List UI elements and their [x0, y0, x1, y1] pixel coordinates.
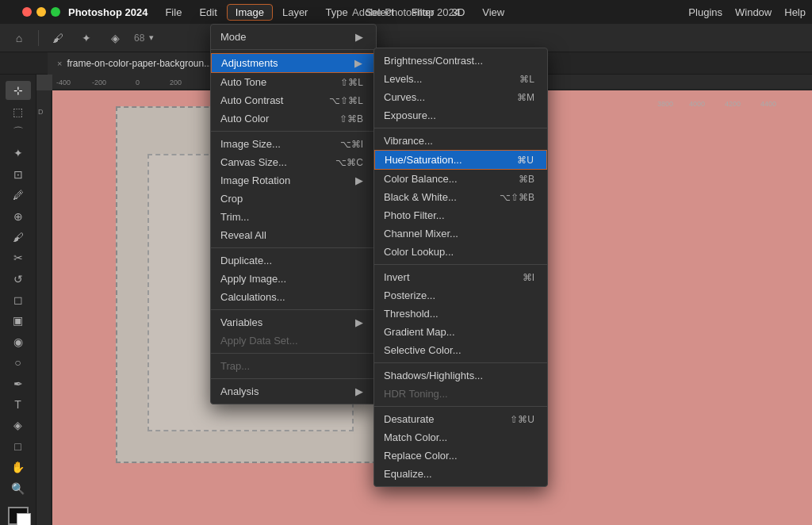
menu-help[interactable]: Help — [784, 6, 806, 18]
menu-plugins[interactable]: Plugins — [688, 6, 722, 18]
move-tool[interactable]: ⊹ — [6, 81, 31, 100]
close-button[interactable] — [22, 7, 32, 17]
marquee-tool[interactable]: ⬚ — [6, 102, 31, 121]
menu-auto-color[interactable]: Auto Color ⇧⌘B — [211, 109, 376, 128]
menu-variables[interactable]: Variables ▶ — [211, 313, 376, 331]
menu-levels[interactable]: Levels... ⌘L — [374, 70, 547, 88]
menu-window[interactable]: Window — [735, 6, 772, 18]
foreground-color[interactable] — [8, 507, 29, 525]
clone-tool[interactable]: ✂ — [6, 248, 31, 267]
eraser-tool[interactable]: ◻ — [6, 290, 31, 309]
menu-curves[interactable]: Curves... ⌘M — [374, 88, 547, 106]
menu-photo-filter[interactable]: Photo Filter... — [374, 206, 547, 224]
menu-reveal-all-label: Reveal All — [220, 229, 266, 241]
menu-trim[interactable]: Trim... — [211, 208, 376, 226]
menu-color-balance[interactable]: Color Balance... ⌘B — [374, 170, 547, 188]
menu-apply-image-label: Apply Image... — [220, 273, 286, 285]
smudge-tool[interactable]: ✦ — [74, 27, 99, 49]
svg-text:D: D — [38, 108, 44, 116]
history-tool[interactable]: ↺ — [6, 270, 31, 289]
traffic-lights — [22, 7, 60, 17]
menu-hue-saturation-shortcut: ⌘U — [517, 155, 534, 166]
menu-mode-arrow: ▶ — [355, 31, 363, 43]
menu-file[interactable]: File — [157, 5, 190, 20]
adj-sep2 — [374, 264, 547, 265]
sep3 — [211, 247, 376, 248]
menu-auto-contrast-label: Auto Contrast — [220, 94, 284, 106]
menu-auto-tone-label: Auto Tone — [220, 76, 266, 88]
eyedropper-tool[interactable]: 🖉 — [6, 186, 31, 205]
menu-equalize[interactable]: Equalize... — [374, 465, 547, 483]
hand-tool[interactable]: ✋ — [6, 458, 31, 477]
menu-hue-saturation[interactable]: Hue/Saturation... ⌘U — [374, 150, 547, 170]
menu-adjustments[interactable]: Adjustments ▶ — [211, 53, 376, 73]
zoom-tool[interactable]: 🔍 — [6, 478, 31, 497]
menu-match-color[interactable]: Match Color... — [374, 428, 547, 446]
menu-invert[interactable]: Invert ⌘I — [374, 268, 547, 286]
menu-desaturate[interactable]: Desaturate ⇧⌘U — [374, 410, 547, 428]
menu-selective-color-label: Selective Color... — [384, 344, 462, 356]
blur-tool[interactable]: ◉ — [6, 332, 31, 351]
menu-analysis-label: Analysis — [220, 385, 259, 397]
sharpen-tool[interactable]: ◈ — [102, 27, 128, 49]
menu-threshold[interactable]: Threshold... — [374, 305, 547, 323]
menu-trap: Trap... — [211, 357, 376, 375]
svg-text:4200: 4200 — [725, 100, 741, 108]
menu-replace-color[interactable]: Replace Color... — [374, 446, 547, 465]
menu-image-size[interactable]: Image Size... ⌥⌘I — [211, 135, 376, 153]
document-tab[interactable]: × frame-on-color-paper-backgroun... — [48, 52, 222, 75]
menu-analysis[interactable]: Analysis ▶ — [211, 382, 376, 400]
minimize-button[interactable] — [36, 7, 46, 17]
menu-vibrance-label: Vibrance... — [384, 135, 433, 147]
menu-black-white[interactable]: Black & White... ⌥⇧⌘B — [374, 188, 547, 206]
menu-type[interactable]: Type — [317, 5, 355, 20]
menu-brightness-contrast[interactable]: Brightness/Contrast... — [374, 52, 547, 70]
app-name[interactable]: Photoshop 2024 — [60, 5, 155, 20]
magic-wand-tool[interactable]: ✦ — [6, 144, 31, 163]
brush-tool-left[interactable]: 🖌 — [6, 228, 31, 247]
menu-crop[interactable]: Crop — [211, 190, 376, 208]
home-icon[interactable]: ⌂ — [6, 27, 32, 49]
brush-tool[interactable]: 🖌 — [45, 27, 71, 49]
menu-auto-contrast[interactable]: Auto Contrast ⌥⇧⌘L — [211, 91, 376, 109]
menu-canvas-size-label: Canvas Size... — [220, 156, 287, 168]
tab-close-icon[interactable]: × — [57, 59, 62, 68]
menu-replace-color-label: Replace Color... — [384, 450, 458, 462]
pen-tool[interactable]: ✒ — [6, 374, 31, 393]
shape-tool[interactable]: □ — [6, 437, 31, 456]
menu-auto-tone[interactable]: Auto Tone ⇧⌘L — [211, 73, 376, 91]
menu-exposure[interactable]: Exposure... — [374, 106, 547, 125]
menu-gradient-map[interactable]: Gradient Map... — [374, 323, 547, 341]
menu-reveal-all[interactable]: Reveal All — [211, 226, 376, 244]
menu-layer[interactable]: Layer — [274, 5, 316, 20]
menu-apply-image[interactable]: Apply Image... — [211, 270, 376, 288]
menu-channel-mixer[interactable]: Channel Mixer... — [374, 224, 547, 243]
menu-selective-color[interactable]: Selective Color... — [374, 341, 547, 359]
menu-edit[interactable]: Edit — [191, 5, 224, 20]
menu-color-lookup[interactable]: Color Lookup... — [374, 243, 547, 261]
dodge-tool[interactable]: ○ — [6, 353, 31, 372]
menu-duplicate[interactable]: Duplicate... — [211, 251, 376, 270]
menu-duplicate-label: Duplicate... — [220, 255, 272, 266]
menu-auto-color-shortcut: ⇧⌘B — [339, 113, 363, 125]
adjustments-dropdown-menu: Brightness/Contrast... Levels... ⌘L Curv… — [373, 48, 548, 487]
menu-shadows-highlights[interactable]: Shadows/Highlights... — [374, 366, 547, 385]
menu-canvas-size[interactable]: Canvas Size... ⌥⌘C — [211, 153, 376, 171]
menu-image[interactable]: Image — [227, 4, 273, 21]
path-tool[interactable]: ◈ — [6, 416, 31, 435]
text-tool[interactable]: T — [6, 395, 31, 414]
menu-exposure-label: Exposure... — [384, 109, 436, 121]
menu-view[interactable]: View — [474, 5, 512, 20]
background-color[interactable] — [17, 513, 31, 525]
healing-tool[interactable]: ⊕ — [6, 206, 31, 225]
crop-tool[interactable]: ⊡ — [6, 165, 31, 184]
menu-calculations[interactable]: Calculations... — [211, 288, 376, 306]
menu-hdr-toning-label: HDR Toning... — [384, 388, 448, 400]
menu-vibrance[interactable]: Vibrance... — [374, 132, 547, 150]
fullscreen-button[interactable] — [51, 7, 60, 17]
menu-image-rotation[interactable]: Image Rotation ▶ — [211, 171, 376, 190]
menu-mode[interactable]: Mode ▶ — [211, 28, 376, 46]
gradient-tool[interactable]: ▣ — [6, 311, 31, 330]
lasso-tool[interactable]: ⌒ — [6, 123, 31, 142]
menu-posterize[interactable]: Posterize... — [374, 286, 547, 305]
